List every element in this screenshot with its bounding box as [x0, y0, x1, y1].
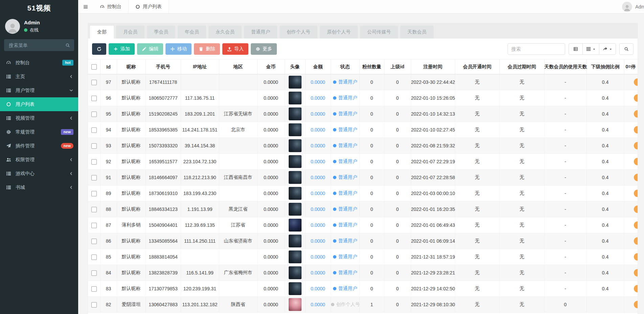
status-toggle[interactable]	[634, 221, 638, 229]
status-label[interactable]: 普通用户	[338, 270, 357, 275]
user-avatar-image[interactable]	[289, 123, 302, 136]
cell-amount-link[interactable]: 0.0000	[311, 143, 325, 148]
refresh-button[interactable]	[92, 43, 106, 55]
cell-amount-link[interactable]: 0.0000	[311, 111, 325, 117]
user-avatar-image[interactable]	[289, 76, 302, 89]
columns-button[interactable]	[582, 43, 599, 55]
status-toggle[interactable]	[634, 285, 638, 292]
delete-button[interactable]: 删除	[194, 43, 220, 55]
user-avatar-image[interactable]	[289, 282, 302, 295]
user-avatar-image[interactable]	[289, 219, 302, 232]
user-avatar-image[interactable]	[289, 171, 302, 184]
user-avatar-image[interactable]	[289, 187, 302, 200]
sidebar-item-插件管理[interactable]: 插件管理new	[0, 139, 78, 153]
status-toggle[interactable]	[634, 110, 638, 118]
user-avatar-image[interactable]	[289, 250, 302, 263]
row-checkbox[interactable]	[91, 175, 97, 180]
nav-tab-用户列表[interactable]: 用户列表	[128, 0, 169, 14]
filter-tab-年会员[interactable]: 年会员	[178, 26, 206, 39]
row-checkbox[interactable]	[91, 143, 97, 149]
status-toggle[interactable]	[634, 158, 638, 165]
user-avatar-image[interactable]	[289, 203, 302, 216]
cell-amount-link[interactable]: 0.0000	[311, 191, 325, 196]
status-toggle[interactable]	[634, 301, 638, 308]
user-avatar-image[interactable]	[289, 139, 302, 152]
sidebar-item-视频管理[interactable]: 视频管理	[0, 111, 78, 125]
row-checkbox[interactable]	[91, 96, 97, 101]
status-label[interactable]: 普通用户	[338, 79, 357, 84]
status-label[interactable]: 普通用户	[338, 111, 357, 116]
filter-tab-月会员[interactable]: 月会员	[116, 26, 145, 39]
row-checkbox[interactable]	[91, 112, 97, 117]
status-label[interactable]: 普通用户	[338, 222, 357, 227]
status-label[interactable]: 普通用户	[338, 95, 357, 100]
search-icon[interactable]	[65, 43, 70, 48]
cell-amount-link[interactable]: 0.0000	[311, 207, 325, 212]
filter-tab-普通用户[interactable]: 普通用户	[244, 26, 277, 39]
cell-amount-link[interactable]: 0.0000	[311, 79, 325, 85]
status-toggle[interactable]	[634, 237, 638, 245]
sidebar-item-控制台[interactable]: 控制台hot	[0, 56, 78, 70]
status-label[interactable]: 普通用户	[338, 143, 357, 148]
status-toggle[interactable]	[634, 253, 638, 261]
move-button[interactable]: 移动	[165, 43, 192, 55]
sidebar-item-权限管理[interactable]: 权限管理	[0, 153, 78, 167]
add-button[interactable]: 添加	[109, 43, 135, 55]
status-label[interactable]: 普通用户	[338, 174, 357, 180]
status-toggle[interactable]	[634, 94, 638, 102]
row-checkbox[interactable]	[91, 223, 97, 228]
row-checkbox[interactable]	[91, 80, 97, 85]
filter-tab-公司传媒号[interactable]: 公司传媒号	[360, 26, 398, 39]
status-label[interactable]: 普通用户	[338, 286, 357, 291]
sidebar-item-用户管理[interactable]: 用户管理	[0, 83, 78, 97]
user-avatar-image[interactable]	[289, 298, 302, 311]
nav-tab-控制台[interactable]: 控制台	[93, 0, 128, 14]
cell-amount-link[interactable]: 0.0000	[311, 175, 325, 180]
more-button[interactable]: 更多	[251, 43, 277, 55]
row-checkbox[interactable]	[91, 207, 97, 212]
row-checkbox[interactable]	[91, 286, 97, 292]
status-toggle[interactable]	[634, 206, 638, 213]
sidebar-item-常规管理[interactable]: 常规管理new	[0, 125, 78, 139]
sidebar-item-主页[interactable]: 主页	[0, 70, 78, 83]
detail-view-button[interactable]	[569, 43, 583, 55]
status-label[interactable]: 普通用户	[338, 206, 357, 212]
select-all-checkbox[interactable]	[91, 64, 97, 70]
status-toggle[interactable]	[634, 126, 638, 134]
row-checkbox[interactable]	[91, 127, 97, 133]
row-checkbox[interactable]	[91, 239, 97, 244]
status-label[interactable]: 创作个人号	[336, 301, 360, 307]
status-toggle[interactable]	[634, 190, 638, 197]
status-label[interactable]: 普通用户	[338, 127, 357, 132]
row-checkbox[interactable]	[91, 159, 97, 165]
row-checkbox[interactable]	[91, 302, 97, 308]
cell-amount-link[interactable]: 0.0000	[311, 127, 325, 132]
menu-search-input[interactable]	[8, 42, 65, 48]
table-search-input[interactable]	[508, 43, 565, 55]
filter-tab-天数会员[interactable]: 天数会员	[400, 26, 434, 39]
filter-tab-原创个人号[interactable]: 原创个人号	[320, 26, 358, 39]
cell-amount-link[interactable]: 0.0000	[311, 222, 325, 228]
row-checkbox[interactable]	[91, 191, 97, 196]
cell-amount-link[interactable]: 0.0000	[311, 238, 325, 244]
status-toggle[interactable]	[634, 142, 638, 149]
filter-tab-全部[interactable]: 全部	[90, 26, 114, 39]
sidebar-toggle-button[interactable]	[78, 0, 93, 14]
status-label[interactable]: 普通用户	[338, 238, 357, 243]
status-label[interactable]: 普通用户	[338, 190, 357, 196]
filter-tab-永久会员[interactable]: 永久会员	[208, 26, 242, 39]
cell-amount-link[interactable]: 0.0000	[311, 286, 325, 291]
status-toggle[interactable]	[634, 78, 638, 86]
cell-amount-link[interactable]: 0.0000	[311, 159, 325, 164]
edit-button[interactable]: 编辑	[137, 43, 163, 55]
cell-amount-link[interactable]: 0.0000	[311, 254, 325, 260]
user-avatar-image[interactable]	[289, 266, 302, 279]
status-toggle[interactable]	[634, 269, 638, 276]
user-avatar-image[interactable]	[289, 155, 302, 168]
row-checkbox[interactable]	[91, 270, 97, 276]
filter-tab-季会员[interactable]: 季会员	[147, 26, 175, 39]
navbar-user[interactable]: Admin	[622, 2, 644, 12]
sidebar-item-游戏中心[interactable]: 游戏中心	[0, 167, 78, 180]
status-toggle[interactable]	[634, 174, 638, 181]
user-avatar-image[interactable]	[289, 92, 302, 104]
